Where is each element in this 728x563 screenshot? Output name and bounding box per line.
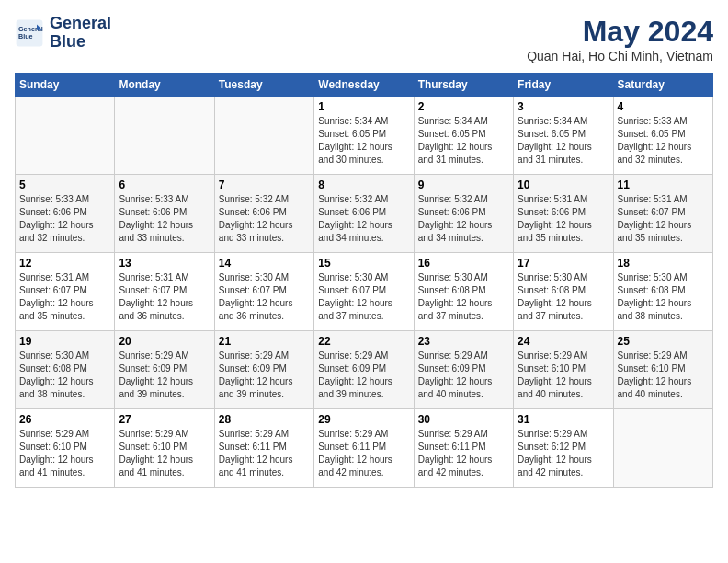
calendar-cell: 5Sunrise: 5:33 AM Sunset: 6:06 PM Daylig… — [16, 175, 115, 253]
calendar-cell: 3Sunrise: 5:34 AM Sunset: 6:05 PM Daylig… — [514, 97, 613, 175]
calendar-cell: 15Sunrise: 5:30 AM Sunset: 6:07 PM Dayli… — [314, 253, 414, 331]
calendar-cell: 18Sunrise: 5:30 AM Sunset: 6:08 PM Dayli… — [613, 253, 712, 331]
calendar-cell: 22Sunrise: 5:29 AM Sunset: 6:09 PM Dayli… — [314, 331, 414, 409]
logo-icon: General Blue — [15, 18, 44, 48]
day-info: Sunrise: 5:31 AM Sunset: 6:07 PM Dayligh… — [618, 193, 709, 245]
calendar-cell: 20Sunrise: 5:29 AM Sunset: 6:09 PM Dayli… — [115, 331, 214, 409]
day-number: 11 — [618, 178, 709, 191]
calendar-cell: 4Sunrise: 5:33 AM Sunset: 6:05 PM Daylig… — [613, 97, 712, 175]
day-number: 19 — [19, 335, 110, 348]
day-number: 15 — [318, 257, 409, 270]
day-info: Sunrise: 5:30 AM Sunset: 6:07 PM Dayligh… — [219, 271, 310, 323]
day-info: Sunrise: 5:31 AM Sunset: 6:06 PM Dayligh… — [518, 193, 609, 245]
calendar-cell: 27Sunrise: 5:29 AM Sunset: 6:10 PM Dayli… — [115, 409, 214, 488]
calendar-cell: 2Sunrise: 5:34 AM Sunset: 6:05 PM Daylig… — [414, 97, 513, 175]
calendar-cell: 17Sunrise: 5:30 AM Sunset: 6:08 PM Dayli… — [514, 253, 613, 331]
calendar-cell: 26Sunrise: 5:29 AM Sunset: 6:10 PM Dayli… — [16, 409, 115, 488]
day-info: Sunrise: 5:30 AM Sunset: 6:08 PM Dayligh… — [19, 350, 110, 401]
day-number: 16 — [418, 257, 509, 270]
calendar-cell: 14Sunrise: 5:30 AM Sunset: 6:07 PM Dayli… — [214, 253, 313, 331]
day-info: Sunrise: 5:33 AM Sunset: 6:06 PM Dayligh… — [119, 193, 210, 245]
svg-text:Blue: Blue — [18, 32, 33, 40]
calendar-cell: 16Sunrise: 5:30 AM Sunset: 6:08 PM Dayli… — [414, 253, 513, 331]
calendar-cell: 21Sunrise: 5:29 AM Sunset: 6:09 PM Dayli… — [214, 331, 313, 409]
day-number: 21 — [219, 335, 310, 348]
calendar-cell: 6Sunrise: 5:33 AM Sunset: 6:06 PM Daylig… — [115, 175, 214, 253]
day-info: Sunrise: 5:34 AM Sunset: 6:05 PM Dayligh… — [418, 115, 509, 167]
weekday-header-wednesday: Wednesday — [314, 74, 414, 97]
day-number: 18 — [618, 257, 709, 270]
month-title: May 2024 — [527, 15, 713, 49]
day-info: Sunrise: 5:29 AM Sunset: 6:09 PM Dayligh… — [318, 350, 409, 401]
day-number: 31 — [518, 413, 609, 426]
day-number: 5 — [19, 178, 110, 191]
day-info: Sunrise: 5:31 AM Sunset: 6:07 PM Dayligh… — [119, 271, 210, 323]
day-info: Sunrise: 5:29 AM Sunset: 6:10 PM Dayligh… — [618, 350, 709, 401]
calendar-cell: 28Sunrise: 5:29 AM Sunset: 6:11 PM Dayli… — [214, 409, 313, 488]
weekday-header-saturday: Saturday — [613, 74, 712, 97]
day-number: 1 — [318, 100, 409, 113]
calendar-week-row: 19Sunrise: 5:30 AM Sunset: 6:08 PM Dayli… — [16, 331, 713, 409]
calendar-cell — [115, 97, 214, 175]
day-number: 10 — [518, 178, 609, 191]
day-info: Sunrise: 5:31 AM Sunset: 6:07 PM Dayligh… — [19, 271, 110, 323]
day-number: 20 — [119, 335, 210, 348]
calendar-cell: 25Sunrise: 5:29 AM Sunset: 6:10 PM Dayli… — [613, 331, 712, 409]
calendar-cell: 23Sunrise: 5:29 AM Sunset: 6:09 PM Dayli… — [414, 331, 513, 409]
page-header: General Blue General Blue May 2024 Quan … — [15, 15, 713, 63]
day-info: Sunrise: 5:34 AM Sunset: 6:05 PM Dayligh… — [518, 115, 609, 167]
calendar-cell — [214, 97, 313, 175]
calendar-cell: 24Sunrise: 5:29 AM Sunset: 6:10 PM Dayli… — [514, 331, 613, 409]
day-number: 2 — [418, 100, 509, 113]
day-number: 3 — [518, 100, 609, 113]
day-info: Sunrise: 5:29 AM Sunset: 6:11 PM Dayligh… — [418, 428, 509, 479]
day-info: Sunrise: 5:32 AM Sunset: 6:06 PM Dayligh… — [418, 193, 509, 245]
day-info: Sunrise: 5:30 AM Sunset: 6:08 PM Dayligh… — [418, 271, 509, 323]
day-number: 23 — [418, 335, 509, 348]
calendar-cell: 8Sunrise: 5:32 AM Sunset: 6:06 PM Daylig… — [314, 175, 414, 253]
day-number: 13 — [119, 257, 210, 270]
calendar-week-row: 5Sunrise: 5:33 AM Sunset: 6:06 PM Daylig… — [16, 175, 713, 253]
day-number: 24 — [518, 335, 609, 348]
day-info: Sunrise: 5:30 AM Sunset: 6:07 PM Dayligh… — [318, 271, 409, 323]
day-info: Sunrise: 5:30 AM Sunset: 6:08 PM Dayligh… — [518, 271, 609, 323]
day-number: 25 — [618, 335, 709, 348]
day-info: Sunrise: 5:29 AM Sunset: 6:09 PM Dayligh… — [219, 350, 310, 401]
day-info: Sunrise: 5:34 AM Sunset: 6:05 PM Dayligh… — [318, 115, 409, 167]
calendar-cell: 13Sunrise: 5:31 AM Sunset: 6:07 PM Dayli… — [115, 253, 214, 331]
calendar-week-row: 12Sunrise: 5:31 AM Sunset: 6:07 PM Dayli… — [16, 253, 713, 331]
weekday-header-friday: Friday — [514, 74, 613, 97]
calendar-table: SundayMondayTuesdayWednesdayThursdayFrid… — [15, 73, 713, 488]
calendar-cell: 19Sunrise: 5:30 AM Sunset: 6:08 PM Dayli… — [16, 331, 115, 409]
calendar-week-row: 1Sunrise: 5:34 AM Sunset: 6:05 PM Daylig… — [16, 97, 713, 175]
day-number: 26 — [19, 413, 110, 426]
day-number: 6 — [119, 178, 210, 191]
day-number: 22 — [318, 335, 409, 348]
calendar-cell: 7Sunrise: 5:32 AM Sunset: 6:06 PM Daylig… — [214, 175, 313, 253]
day-info: Sunrise: 5:29 AM Sunset: 6:11 PM Dayligh… — [219, 428, 310, 479]
day-number: 9 — [418, 178, 509, 191]
day-number: 17 — [518, 257, 609, 270]
weekday-header-sunday: Sunday — [16, 74, 115, 97]
day-number: 30 — [418, 413, 509, 426]
day-number: 27 — [119, 413, 210, 426]
calendar-cell: 11Sunrise: 5:31 AM Sunset: 6:07 PM Dayli… — [613, 175, 712, 253]
calendar-cell: 12Sunrise: 5:31 AM Sunset: 6:07 PM Dayli… — [16, 253, 115, 331]
day-info: Sunrise: 5:29 AM Sunset: 6:12 PM Dayligh… — [518, 428, 609, 479]
day-info: Sunrise: 5:33 AM Sunset: 6:06 PM Dayligh… — [19, 193, 110, 245]
day-info: Sunrise: 5:29 AM Sunset: 6:10 PM Dayligh… — [518, 350, 609, 401]
day-info: Sunrise: 5:29 AM Sunset: 6:09 PM Dayligh… — [418, 350, 509, 401]
calendar-week-row: 26Sunrise: 5:29 AM Sunset: 6:10 PM Dayli… — [16, 409, 713, 488]
weekday-header-tuesday: Tuesday — [214, 74, 313, 97]
day-number: 29 — [318, 413, 409, 426]
day-number: 12 — [19, 257, 110, 270]
day-info: Sunrise: 5:32 AM Sunset: 6:06 PM Dayligh… — [219, 193, 310, 245]
title-area: May 2024 Quan Hai, Ho Chi Minh, Vietnam — [527, 15, 713, 63]
calendar-cell: 29Sunrise: 5:29 AM Sunset: 6:11 PM Dayli… — [314, 409, 414, 488]
calendar-cell — [16, 97, 115, 175]
day-info: Sunrise: 5:29 AM Sunset: 6:10 PM Dayligh… — [19, 428, 110, 479]
day-number: 7 — [219, 178, 310, 191]
calendar-cell: 30Sunrise: 5:29 AM Sunset: 6:11 PM Dayli… — [414, 409, 513, 488]
weekday-header-row: SundayMondayTuesdayWednesdayThursdayFrid… — [16, 74, 713, 97]
weekday-header-monday: Monday — [115, 74, 214, 97]
